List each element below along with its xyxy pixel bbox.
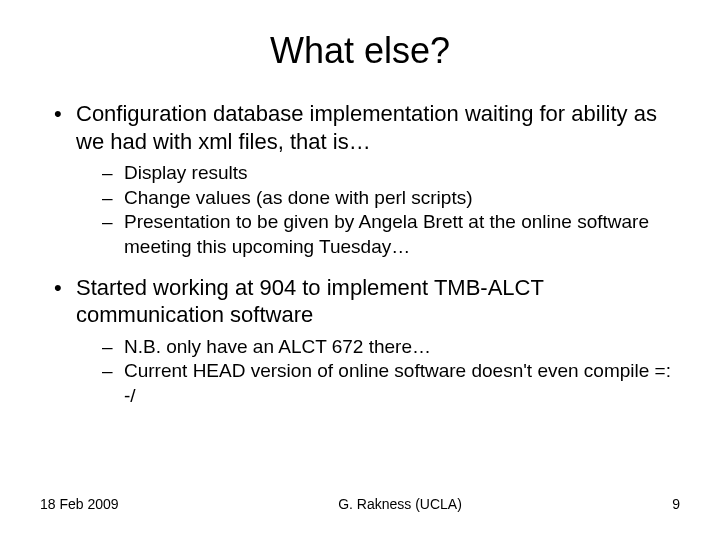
slide-footer: 18 Feb 2009 G. Rakness (UCLA) 9: [0, 496, 720, 512]
bullet-text: Started working at 904 to implement TMB-…: [76, 275, 544, 328]
sub-bullet-text: Current HEAD version of online software …: [124, 360, 671, 406]
list-item: Display results: [102, 161, 680, 186]
sub-bullet-text: Display results: [124, 162, 248, 183]
list-item: Configuration database implementation wa…: [50, 100, 680, 260]
bullet-list: Configuration database implementation wa…: [40, 100, 680, 409]
bullet-text: Configuration database implementation wa…: [76, 101, 657, 154]
sub-list: Display results Change values (as done w…: [76, 161, 680, 260]
sub-bullet-text: N.B. only have an ALCT 672 there…: [124, 336, 431, 357]
footer-date: 18 Feb 2009: [40, 496, 160, 512]
list-item: N.B. only have an ALCT 672 there…: [102, 335, 680, 360]
list-item: Change values (as done with perl scripts…: [102, 186, 680, 211]
footer-author: G. Rakness (UCLA): [160, 496, 640, 512]
list-item: Presentation to be given by Angela Brett…: [102, 210, 680, 259]
list-item: Started working at 904 to implement TMB-…: [50, 274, 680, 409]
list-item: Current HEAD version of online software …: [102, 359, 680, 408]
footer-page-number: 9: [640, 496, 680, 512]
sub-bullet-text: Presentation to be given by Angela Brett…: [124, 211, 649, 257]
slide-title: What else?: [40, 30, 680, 72]
sub-list: N.B. only have an ALCT 672 there… Curren…: [76, 335, 680, 409]
sub-bullet-text: Change values (as done with perl scripts…: [124, 187, 473, 208]
